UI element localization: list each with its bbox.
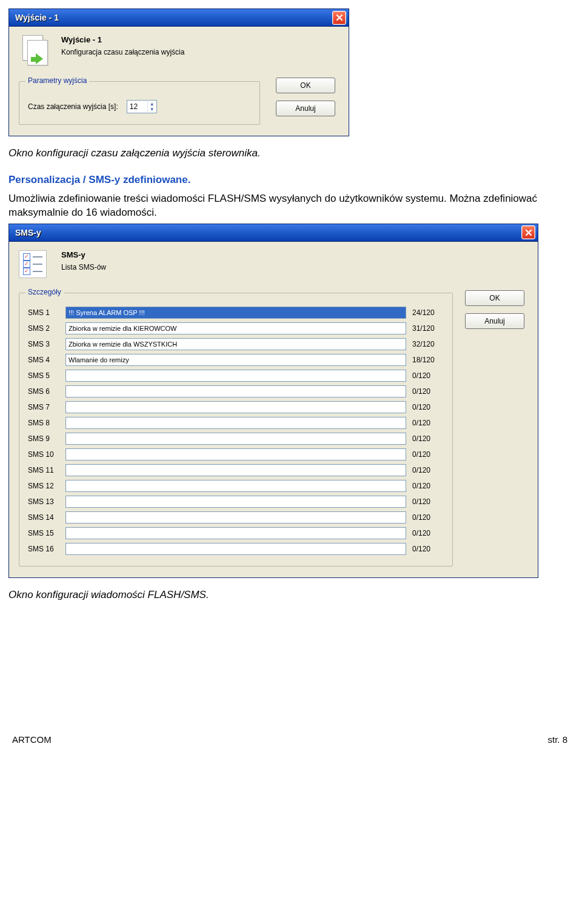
sms-text-input[interactable]	[65, 511, 406, 523]
char-count: 24/120	[412, 308, 444, 317]
sms-row: SMS 231/120	[28, 322, 444, 334]
char-count: 0/120	[412, 529, 444, 537]
sms-row-label: SMS 10	[28, 450, 59, 459]
char-count: 0/120	[412, 387, 444, 396]
sms-row-label: SMS 14	[28, 513, 59, 522]
sms-row-label: SMS 5	[28, 371, 59, 380]
sms-text-input[interactable]	[65, 448, 406, 460]
sms-window: SMS-y ✓ ✓ ✓ SMS-y Lista SMS-ów	[8, 224, 538, 578]
sms-row: SMS 100/120	[28, 448, 444, 460]
parametry-groupbox: Parametry wyjścia Czas załączenia wyjści…	[19, 81, 260, 125]
char-count: 18/120	[412, 356, 444, 364]
char-count: 0/120	[412, 434, 444, 443]
sms-text-input[interactable]	[65, 401, 406, 413]
char-count: 0/120	[412, 482, 444, 490]
cancel-button[interactable]: Anuluj	[276, 101, 335, 116]
sms-row-label: SMS 8	[28, 419, 59, 427]
sms-row: SMS 120/120	[28, 480, 444, 492]
delay-spinner[interactable]: 12 ▲ ▼	[127, 100, 157, 113]
sms-text-input[interactable]	[65, 322, 406, 334]
sms-row: SMS 332/120	[28, 338, 444, 350]
sms-row-label: SMS 11	[28, 466, 59, 474]
ok-button[interactable]: OK	[465, 290, 524, 306]
char-count: 0/120	[412, 419, 444, 427]
sms-row: SMS 110/120	[28, 464, 444, 476]
sms-row-label: SMS 16	[28, 545, 59, 553]
close-icon[interactable]	[521, 225, 535, 239]
sms-row-label: SMS 1	[28, 308, 59, 317]
sms-row-label: SMS 4	[28, 356, 59, 364]
sms-row: SMS 90/120	[28, 433, 444, 445]
char-count: 0/120	[412, 513, 444, 522]
sms-text-input[interactable]	[65, 433, 406, 445]
char-count: 0/120	[412, 403, 444, 411]
sms-row-label: SMS 9	[28, 434, 59, 443]
sms-row-label: SMS 12	[28, 482, 59, 490]
sms-text-input[interactable]	[65, 338, 406, 350]
paragraph-text: Umożliwia zdefiniowanie treści wiadomośc…	[8, 192, 571, 220]
delay-value: 12	[130, 102, 138, 111]
sms-row-label: SMS 13	[28, 497, 59, 506]
figure-caption: Okno konfiguracji czasu załączenia wyjśc…	[8, 147, 571, 159]
groupbox-legend: Szczegóły	[25, 288, 64, 296]
spinner-down-icon[interactable]: ▼	[148, 107, 156, 112]
sms-row-label: SMS 3	[28, 340, 59, 348]
sms-text-input[interactable]	[65, 480, 406, 492]
sms-row: SMS 418/120	[28, 354, 444, 366]
char-count: 0/120	[412, 466, 444, 474]
char-count: 0/120	[412, 371, 444, 380]
footer-right: str. 8	[547, 734, 567, 745]
char-count: 32/120	[412, 340, 444, 348]
sms-text-input[interactable]	[65, 464, 406, 476]
sms-text-input[interactable]	[65, 370, 406, 382]
sms-text-input[interactable]	[65, 527, 406, 539]
sms-text-input[interactable]	[65, 496, 406, 508]
char-count: 0/120	[412, 450, 444, 459]
close-icon[interactable]	[332, 11, 346, 25]
spinner-up-icon[interactable]: ▲	[148, 101, 156, 107]
sms-row: SMS 60/120	[28, 385, 444, 397]
page-footer: ARTCOM str. 8	[8, 734, 571, 745]
header-title: Wyjście - 1	[61, 35, 184, 44]
figure-caption: Okno konfiguracji wiadomości FLASH/SMS.	[8, 589, 571, 601]
sms-text-input[interactable]	[65, 417, 406, 429]
sms-row: SMS 80/120	[28, 417, 444, 429]
sms-text-input[interactable]	[65, 354, 406, 366]
sms-row-label: SMS 6	[28, 387, 59, 396]
sms-row: SMS 160/120	[28, 543, 444, 555]
checklist-icon: ✓ ✓ ✓	[19, 250, 54, 285]
sms-row: SMS 150/120	[28, 527, 444, 539]
szczegoly-groupbox: Szczegóły SMS 124/120SMS 231/120SMS 332/…	[19, 293, 453, 567]
titlebar[interactable]: SMS-y	[9, 224, 538, 242]
sms-row-label: SMS 15	[28, 529, 59, 537]
window-title: Wyjście - 1	[15, 13, 332, 22]
char-count: 31/120	[412, 324, 444, 333]
char-count: 0/120	[412, 545, 444, 553]
sms-text-input[interactable]	[65, 385, 406, 397]
sms-row: SMS 50/120	[28, 370, 444, 382]
document-export-icon	[19, 35, 54, 70]
sms-row: SMS 124/120	[28, 307, 444, 319]
section-heading: Personalizacja / SMS-y zdefiniowane.	[8, 174, 571, 186]
cancel-button[interactable]: Anuluj	[465, 313, 524, 329]
header-title: SMS-y	[61, 250, 106, 259]
ok-button[interactable]: OK	[276, 78, 335, 93]
sms-text-input[interactable]	[65, 307, 406, 319]
sms-row: SMS 140/120	[28, 511, 444, 523]
sms-row-label: SMS 2	[28, 324, 59, 333]
groupbox-legend: Parametry wyjścia	[25, 76, 89, 85]
header-subtitle: Konfiguracja czasu załączenia wyjścia	[61, 48, 184, 56]
header-subtitle: Lista SMS-ów	[61, 263, 106, 271]
titlebar[interactable]: Wyjście - 1	[9, 9, 349, 27]
sms-row-label: SMS 7	[28, 403, 59, 411]
window-title: SMS-y	[15, 228, 521, 238]
sms-row: SMS 130/120	[28, 496, 444, 508]
char-count: 0/120	[412, 497, 444, 506]
sms-row: SMS 70/120	[28, 401, 444, 413]
sms-text-input[interactable]	[65, 543, 406, 555]
footer-left: ARTCOM	[12, 734, 52, 745]
delay-field-label: Czas załączenia wyjścia [s]:	[28, 102, 118, 111]
wyjscie-window: Wyjście - 1 Wyjście - 1 Konfiguracja cz	[8, 8, 349, 136]
